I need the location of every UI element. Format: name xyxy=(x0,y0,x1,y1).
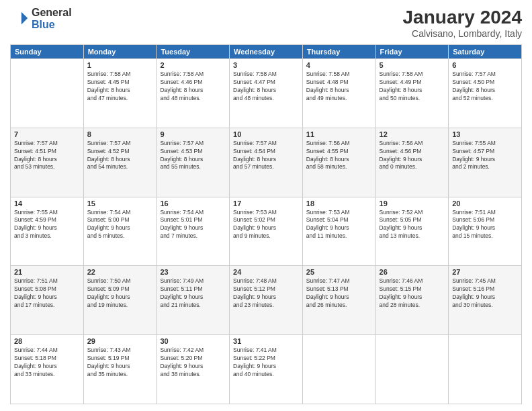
calendar-cell: 20Sunrise: 7:51 AM Sunset: 5:06 PM Dayli… xyxy=(449,197,522,266)
page: General Blue January 2024 Calvisano, Lom… xyxy=(0,0,532,411)
calendar-cell: 6Sunrise: 7:57 AM Sunset: 4:50 PM Daylig… xyxy=(449,59,522,128)
day-number: 29 xyxy=(87,337,153,345)
day-info: Sunrise: 7:47 AM Sunset: 5:13 PM Dayligh… xyxy=(306,277,372,310)
title-section: January 2024 Calvisano, Lombardy, Italy xyxy=(403,7,522,39)
day-info: Sunrise: 7:56 AM Sunset: 4:55 PM Dayligh… xyxy=(306,140,372,172)
calendar-cell: 1Sunrise: 7:58 AM Sunset: 4:45 PM Daylig… xyxy=(83,59,157,128)
day-number: 1 xyxy=(87,61,153,69)
calendar-cell: 23Sunrise: 7:49 AM Sunset: 5:11 PM Dayli… xyxy=(157,266,230,335)
calendar-cell xyxy=(11,59,84,128)
day-info: Sunrise: 7:57 AM Sunset: 4:50 PM Dayligh… xyxy=(452,71,518,103)
calendar-cell: 19Sunrise: 7:52 AM Sunset: 5:05 PM Dayli… xyxy=(375,197,449,266)
calendar-cell xyxy=(302,335,375,404)
day-number: 15 xyxy=(87,199,153,208)
day-info: Sunrise: 7:42 AM Sunset: 5:20 PM Dayligh… xyxy=(160,347,226,379)
calendar-cell: 22Sunrise: 7:50 AM Sunset: 5:09 PM Dayli… xyxy=(83,266,157,335)
calendar-cell: 5Sunrise: 7:58 AM Sunset: 4:49 PM Daylig… xyxy=(375,59,449,128)
calendar-cell: 31Sunrise: 7:41 AM Sunset: 5:22 PM Dayli… xyxy=(230,335,303,404)
title-month: January 2024 xyxy=(403,7,522,28)
day-info: Sunrise: 7:52 AM Sunset: 5:05 PM Dayligh… xyxy=(380,209,445,241)
day-number: 25 xyxy=(306,268,372,276)
calendar-week-1: 1Sunrise: 7:58 AM Sunset: 4:45 PM Daylig… xyxy=(11,59,522,128)
day-number: 27 xyxy=(452,268,518,276)
day-info: Sunrise: 7:53 AM Sunset: 5:04 PM Dayligh… xyxy=(306,209,372,241)
day-number: 14 xyxy=(14,199,80,208)
day-info: Sunrise: 7:54 AM Sunset: 5:01 PM Dayligh… xyxy=(160,209,226,241)
day-number: 17 xyxy=(233,199,299,208)
day-number: 3 xyxy=(233,61,299,69)
calendar-header-row: Sunday Monday Tuesday Wednesday Thursday… xyxy=(11,45,522,59)
calendar-cell: 24Sunrise: 7:48 AM Sunset: 5:12 PM Dayli… xyxy=(230,266,303,335)
day-info: Sunrise: 7:51 AM Sunset: 5:08 PM Dayligh… xyxy=(14,277,80,310)
header-monday: Monday xyxy=(83,45,157,59)
day-info: Sunrise: 7:53 AM Sunset: 5:02 PM Dayligh… xyxy=(233,209,299,241)
calendar-week-3: 14Sunrise: 7:55 AM Sunset: 4:59 PM Dayli… xyxy=(11,197,522,266)
day-info: Sunrise: 7:44 AM Sunset: 5:18 PM Dayligh… xyxy=(14,347,80,379)
calendar-cell xyxy=(449,335,522,404)
calendar-cell: 12Sunrise: 7:56 AM Sunset: 4:56 PM Dayli… xyxy=(375,128,449,197)
day-number: 23 xyxy=(160,268,226,276)
header-thursday: Thursday xyxy=(302,45,375,59)
day-info: Sunrise: 7:54 AM Sunset: 5:00 PM Dayligh… xyxy=(87,209,153,241)
day-info: Sunrise: 7:46 AM Sunset: 5:15 PM Dayligh… xyxy=(380,277,445,310)
calendar: Sunday Monday Tuesday Wednesday Thursday… xyxy=(10,44,522,404)
day-number: 5 xyxy=(380,61,445,69)
calendar-cell: 14Sunrise: 7:55 AM Sunset: 4:59 PM Dayli… xyxy=(11,197,84,266)
calendar-cell: 11Sunrise: 7:56 AM Sunset: 4:55 PM Dayli… xyxy=(302,128,375,197)
calendar-cell: 10Sunrise: 7:57 AM Sunset: 4:54 PM Dayli… xyxy=(230,128,303,197)
day-info: Sunrise: 7:57 AM Sunset: 4:52 PM Dayligh… xyxy=(87,140,153,172)
calendar-week-5: 28Sunrise: 7:44 AM Sunset: 5:18 PM Dayli… xyxy=(11,335,522,404)
calendar-cell: 2Sunrise: 7:58 AM Sunset: 4:46 PM Daylig… xyxy=(157,59,230,128)
day-number: 21 xyxy=(14,268,80,276)
calendar-week-4: 21Sunrise: 7:51 AM Sunset: 5:08 PM Dayli… xyxy=(11,266,522,335)
day-info: Sunrise: 7:50 AM Sunset: 5:09 PM Dayligh… xyxy=(87,277,153,310)
header-sunday: Sunday xyxy=(11,45,84,59)
day-info: Sunrise: 7:51 AM Sunset: 5:06 PM Dayligh… xyxy=(452,209,518,241)
calendar-cell: 7Sunrise: 7:57 AM Sunset: 4:51 PM Daylig… xyxy=(11,128,84,197)
day-info: Sunrise: 7:58 AM Sunset: 4:49 PM Dayligh… xyxy=(380,71,445,103)
calendar-cell: 18Sunrise: 7:53 AM Sunset: 5:04 PM Dayli… xyxy=(302,197,375,266)
day-info: Sunrise: 7:48 AM Sunset: 5:12 PM Dayligh… xyxy=(233,277,299,310)
calendar-cell: 8Sunrise: 7:57 AM Sunset: 4:52 PM Daylig… xyxy=(83,128,157,197)
calendar-cell: 30Sunrise: 7:42 AM Sunset: 5:20 PM Dayli… xyxy=(157,335,230,404)
day-number: 24 xyxy=(233,268,299,276)
day-info: Sunrise: 7:58 AM Sunset: 4:47 PM Dayligh… xyxy=(233,71,299,103)
day-info: Sunrise: 7:56 AM Sunset: 4:56 PM Dayligh… xyxy=(380,140,445,172)
day-number: 4 xyxy=(306,61,372,69)
calendar-cell: 13Sunrise: 7:55 AM Sunset: 4:57 PM Dayli… xyxy=(449,128,522,197)
day-number: 9 xyxy=(160,130,226,138)
day-info: Sunrise: 7:45 AM Sunset: 5:16 PM Dayligh… xyxy=(452,277,518,310)
calendar-cell: 16Sunrise: 7:54 AM Sunset: 5:01 PM Dayli… xyxy=(157,197,230,266)
day-number: 19 xyxy=(380,199,445,208)
calendar-cell: 15Sunrise: 7:54 AM Sunset: 5:00 PM Dayli… xyxy=(83,197,157,266)
calendar-cell: 26Sunrise: 7:46 AM Sunset: 5:15 PM Dayli… xyxy=(375,266,449,335)
day-number: 13 xyxy=(452,130,518,138)
day-info: Sunrise: 7:57 AM Sunset: 4:54 PM Dayligh… xyxy=(233,140,299,172)
day-info: Sunrise: 7:57 AM Sunset: 4:53 PM Dayligh… xyxy=(160,140,226,172)
day-info: Sunrise: 7:55 AM Sunset: 4:59 PM Dayligh… xyxy=(14,209,80,241)
header-wednesday: Wednesday xyxy=(230,45,303,59)
day-info: Sunrise: 7:58 AM Sunset: 4:45 PM Dayligh… xyxy=(87,71,153,103)
day-number: 10 xyxy=(233,130,299,138)
day-number: 7 xyxy=(14,130,80,138)
day-number: 16 xyxy=(160,199,226,208)
day-number: 8 xyxy=(87,130,153,138)
header: General Blue January 2024 Calvisano, Lom… xyxy=(10,7,522,39)
day-number: 26 xyxy=(380,268,445,276)
day-number: 28 xyxy=(14,337,80,345)
day-info: Sunrise: 7:58 AM Sunset: 4:48 PM Dayligh… xyxy=(306,71,372,103)
logo-icon xyxy=(10,9,29,28)
calendar-cell: 17Sunrise: 7:53 AM Sunset: 5:02 PM Dayli… xyxy=(230,197,303,266)
day-number: 6 xyxy=(452,61,518,69)
title-location: Calvisano, Lombardy, Italy xyxy=(403,28,522,39)
day-number: 12 xyxy=(380,130,445,138)
day-number: 11 xyxy=(306,130,372,138)
calendar-cell: 29Sunrise: 7:43 AM Sunset: 5:19 PM Dayli… xyxy=(83,335,157,404)
day-number: 31 xyxy=(233,337,299,345)
day-info: Sunrise: 7:57 AM Sunset: 4:51 PM Dayligh… xyxy=(14,140,80,172)
day-info: Sunrise: 7:43 AM Sunset: 5:19 PM Dayligh… xyxy=(87,347,153,379)
calendar-cell: 25Sunrise: 7:47 AM Sunset: 5:13 PM Dayli… xyxy=(302,266,375,335)
day-info: Sunrise: 7:41 AM Sunset: 5:22 PM Dayligh… xyxy=(233,347,299,379)
day-number: 2 xyxy=(160,61,226,69)
calendar-cell: 27Sunrise: 7:45 AM Sunset: 5:16 PM Dayli… xyxy=(449,266,522,335)
